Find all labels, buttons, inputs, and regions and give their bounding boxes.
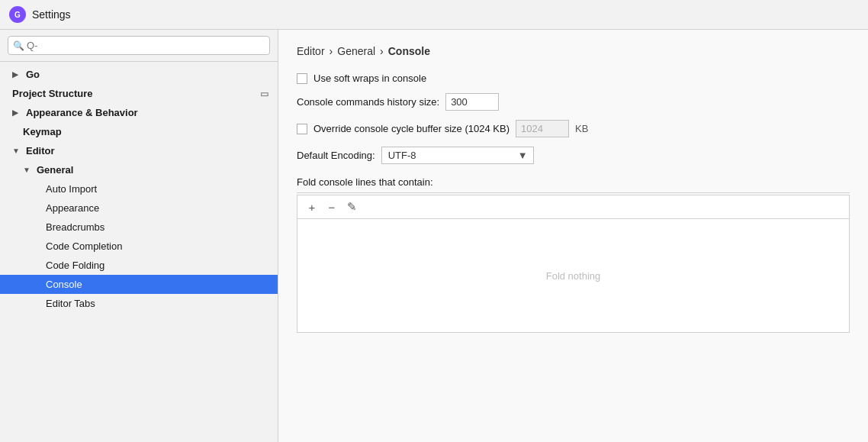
fold-label-row: Fold console lines that contain: <box>297 173 850 188</box>
cycle-buffer-unit: KB <box>575 123 588 134</box>
encoding-select-wrapper: UTF-8 ISO-8859-1 UTF-16 ▼ <box>381 147 534 164</box>
sidebar: 🔍 ▶ Go Project Structure ▭ ▶ Appearance … <box>0 30 278 442</box>
history-size-label: Console commands history size: <box>297 96 439 108</box>
project-structure-icon: ▭ <box>260 89 268 99</box>
sidebar-item-label: Editor Tabs <box>46 298 95 309</box>
main-content: 🔍 ▶ Go Project Structure ▭ ▶ Appearance … <box>0 30 868 442</box>
sidebar-item-general[interactable]: ▼ General <box>0 160 278 179</box>
sidebar-item-auto-import[interactable]: Auto Import <box>0 179 278 198</box>
sidebar-item-appearance[interactable]: Appearance <box>0 198 278 218</box>
title-bar: G Settings <box>0 0 868 30</box>
search-bar: 🔍 <box>0 30 278 62</box>
fold-empty-label: Fold nothing <box>546 270 601 282</box>
sidebar-item-label: Code Folding <box>46 260 104 271</box>
sidebar-item-code-completion[interactable]: Code Completion <box>0 237 278 256</box>
cycle-buffer-label: Override console cycle buffer size (1024… <box>313 123 510 134</box>
sidebar-item-label: Breadcrumbs <box>46 221 104 233</box>
fold-list: Fold nothing <box>297 218 850 333</box>
sidebar-item-go[interactable]: ▶ Go <box>0 65 278 84</box>
sidebar-item-project-structure[interactable]: Project Structure ▭ <box>0 84 278 103</box>
breadcrumb-general: General <box>337 45 375 57</box>
cycle-buffer-row: Override console cycle buffer size (1024… <box>297 120 850 137</box>
fold-console-label: Fold console lines that contain: <box>297 176 433 188</box>
fold-divider <box>297 192 850 193</box>
sidebar-item-code-folding[interactable]: Code Folding <box>0 256 278 275</box>
sidebar-item-label: General <box>37 164 73 176</box>
app-icon: G <box>9 6 26 23</box>
content-area: Editor › General › Console Use soft wrap… <box>278 30 868 442</box>
chevron-right-icon: ▶ <box>12 70 21 79</box>
chevron-down-icon: ▼ <box>23 166 32 174</box>
fold-toolbar: + − ✎ <box>297 195 850 218</box>
sidebar-item-editor-tabs[interactable]: Editor Tabs <box>0 294 278 313</box>
encoding-row: Default Encoding: UTF-8 ISO-8859-1 UTF-1… <box>297 147 850 164</box>
fold-section: Fold console lines that contain: + − ✎ F… <box>297 173 850 333</box>
sidebar-item-breadcrumbs[interactable]: Breadcrumbs <box>0 218 278 237</box>
sidebar-item-label: Appearance & Behavior <box>26 107 138 118</box>
sidebar-item-appearance-behavior[interactable]: ▶ Appearance & Behavior <box>0 103 278 122</box>
breadcrumb-sep1: › <box>330 45 333 57</box>
sidebar-item-console[interactable]: Console <box>0 275 278 294</box>
sidebar-item-editor[interactable]: ▼ Editor <box>0 141 278 160</box>
chevron-down-icon: ▼ <box>12 147 21 155</box>
search-input[interactable] <box>8 36 270 55</box>
soft-wraps-label: Use soft wraps in console <box>313 73 426 84</box>
sidebar-item-label: Editor <box>26 145 55 156</box>
sidebar-item-keymap[interactable]: Keymap <box>0 122 278 141</box>
sidebar-item-label: Auto Import <box>46 183 97 195</box>
chevron-right-icon: ▶ <box>12 108 21 117</box>
sidebar-item-label: Appearance <box>46 202 99 214</box>
breadcrumb-sep2: › <box>380 45 384 57</box>
add-fold-button[interactable]: + <box>304 198 320 215</box>
svg-text:G: G <box>14 11 21 19</box>
encoding-label: Default Encoding: <box>297 150 375 161</box>
soft-wraps-row: Use soft wraps in console <box>297 73 850 84</box>
nav-tree: ▶ Go Project Structure ▭ ▶ Appearance & … <box>0 62 278 442</box>
settings-section: Use soft wraps in console Console comman… <box>297 73 850 333</box>
cycle-buffer-input[interactable] <box>516 120 569 137</box>
sidebar-item-label: Go <box>26 69 40 80</box>
cycle-buffer-checkbox[interactable] <box>297 124 307 134</box>
sidebar-item-label: Project Structure <box>12 88 92 99</box>
breadcrumb-editor: Editor <box>297 45 325 57</box>
soft-wraps-checkbox[interactable] <box>297 73 307 84</box>
sidebar-item-label: Console <box>46 279 82 290</box>
window-title: Settings <box>32 8 71 21</box>
sidebar-item-label: Keymap <box>23 126 62 137</box>
encoding-select[interactable]: UTF-8 ISO-8859-1 UTF-16 <box>381 147 534 164</box>
search-icon: 🔍 <box>13 40 24 51</box>
search-wrapper: 🔍 <box>8 36 270 55</box>
edit-fold-button[interactable]: ✎ <box>343 198 360 215</box>
history-size-input[interactable] <box>445 93 499 111</box>
sidebar-item-label: Code Completion <box>46 240 122 252</box>
breadcrumb-current: Console <box>388 45 430 57</box>
remove-fold-button[interactable]: − <box>323 198 340 215</box>
history-size-row: Console commands history size: <box>297 93 850 111</box>
breadcrumb: Editor › General › Console <box>297 45 850 57</box>
